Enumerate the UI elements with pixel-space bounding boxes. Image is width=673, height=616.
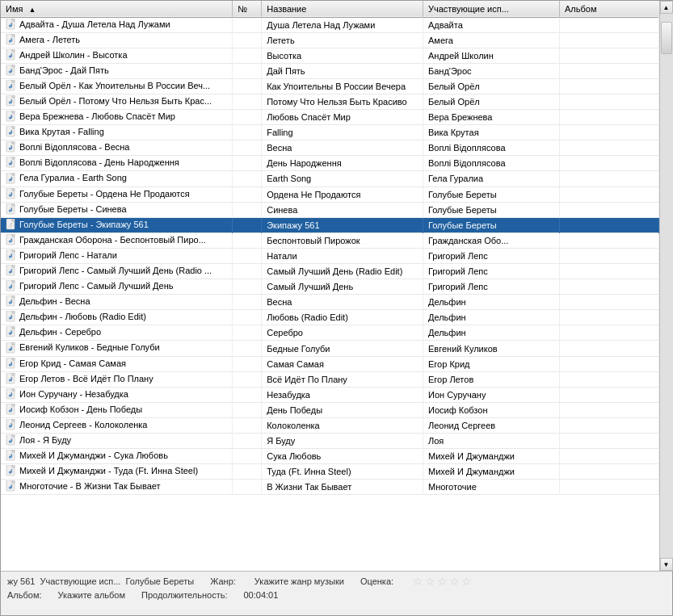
table-row[interactable]: Вика Крутая - FallingFallingВика Крутая (1, 125, 659, 140)
svg-rect-19 (11, 84, 12, 87)
table-row[interactable]: Андрей Школин - ВысоткаВысоткаАндрей Шко… (1, 48, 659, 63)
cell-title: Любовь (Radio Edit) (262, 310, 423, 325)
cell-name: Многоточие - В Жизни Так Бывает (1, 480, 233, 495)
svg-rect-105 (12, 419, 15, 421)
file-icon (6, 111, 17, 122)
table-row[interactable]: Голубые Береты - Экипажу 561Экипажу 561Г… (1, 217, 659, 233)
album-label: Альбом: (7, 590, 42, 600)
table-row[interactable]: Григорий Лепс - Самый Лучший ДеньСамый Л… (1, 279, 659, 295)
cell-num (233, 94, 262, 109)
file-icon (6, 265, 17, 276)
table-row[interactable]: Банд'Эрос - Дай ПятьДай ПятьБанд'Эрос (1, 63, 659, 78)
table-row[interactable]: Лоя - Я БудуЯ БудуЛоя (1, 434, 659, 449)
svg-point-22 (9, 102, 11, 104)
table-row[interactable]: Леонид Сергеев - КолоколенкаКолоколенкаЛ… (1, 417, 659, 433)
cell-album (560, 449, 659, 464)
table-row[interactable]: Дельфин - ВеснаВеснаДельфин (1, 295, 659, 310)
col-header-artist[interactable]: Участвующие исп... (423, 1, 559, 17)
file-icon (6, 234, 17, 245)
cell-title: Лететь (262, 32, 423, 48)
file-icon (6, 465, 17, 476)
svg-point-42 (9, 178, 11, 181)
table-row[interactable]: Голубые Береты - СиневаСиневаГолубые Бер… (1, 202, 659, 217)
table-row[interactable]: Белый Орёл - Как Упоительны В России Веч… (1, 78, 659, 94)
svg-point-14 (9, 70, 11, 73)
cell-num (233, 325, 262, 341)
file-icon (6, 249, 17, 261)
cell-title: Любовь Спасёт Мир (262, 110, 423, 125)
cell-name: Дельфин - Весна (1, 295, 233, 310)
table-row[interactable]: Многоточие - В Жизни Так БываетВ Жизни Т… (1, 480, 659, 495)
cell-title: Самый Лучший День (Radio Edit) (262, 264, 423, 279)
star-5[interactable]: ☆ (461, 575, 472, 588)
cell-num (233, 480, 262, 495)
star-2[interactable]: ☆ (425, 575, 435, 588)
scroll-track[interactable] (660, 14, 673, 558)
cell-album (560, 434, 659, 449)
col-header-title[interactable]: Название (262, 1, 423, 17)
cell-name: Вика Крутая - Falling (1, 125, 233, 140)
col-header-album[interactable]: Альбом (560, 1, 659, 17)
cell-artist: Вика Крутая (423, 125, 559, 140)
cell-artist: Гела Гуралиа (423, 171, 559, 186)
table-row[interactable]: Егор Крид - Самая СамаяСамая СамаяЕгор К… (1, 356, 659, 371)
star-4[interactable]: ☆ (449, 575, 460, 588)
cell-name: Евгений Куликов - Бедные Голуби (1, 341, 233, 356)
svg-rect-15 (11, 69, 12, 72)
cell-artist: Банд'Эрос (423, 63, 559, 78)
rating-stars[interactable]: ☆ ☆ ☆ ☆ ☆ (413, 575, 472, 588)
table-row[interactable]: Егор Летов - Всё Идёт По ПлануВсё Идёт П… (1, 371, 659, 387)
file-icon (6, 126, 17, 137)
table-row[interactable]: Ион Суручану - НезабудкаНезабудкаИон Сур… (1, 387, 659, 402)
table-row[interactable]: Григорий Лепс - НаталиНаталиГригорий Леп… (1, 248, 659, 263)
table-row[interactable]: Михей И Джуманджи - Сука ЛюбовьСука Любо… (1, 449, 659, 464)
scroll-down-button[interactable]: ▼ (660, 558, 673, 571)
file-icon (6, 219, 17, 230)
svg-point-66 (9, 271, 11, 274)
svg-rect-87 (11, 346, 12, 350)
table-row[interactable]: Адвайта - Душа Летела Над ЛужамиДуша Лет… (1, 17, 659, 32)
table-row[interactable]: Воплі Відоплясова - ВеснаВеснаВоплі Відо… (1, 140, 659, 156)
star-1[interactable]: ☆ (413, 575, 423, 588)
table-scroll-area: Имя ▲ № Название Участвующие исп... (1, 1, 659, 571)
table-row[interactable]: Воплі Відоплясова - День НародженняДень … (1, 156, 659, 171)
star-3[interactable]: ☆ (437, 575, 448, 588)
cell-num (233, 264, 262, 279)
table-row[interactable]: Евгений Куликов - Бедные ГолубиБедные Го… (1, 341, 659, 356)
cell-name: Амега - Лететь (1, 32, 233, 48)
table-row[interactable]: Михей И Джуманджи - Туда (Ft. Инна Steel… (1, 464, 659, 480)
col-header-num[interactable]: № (233, 1, 262, 17)
cell-title: Весна (262, 295, 423, 310)
file-icon (6, 19, 17, 30)
table-row[interactable]: Гражданская Оборона - Беспонтовый Пиро..… (1, 233, 659, 248)
cell-num (233, 48, 262, 63)
svg-rect-101 (12, 404, 15, 406)
scroll-thumb[interactable] (661, 22, 672, 54)
svg-point-110 (9, 441, 11, 443)
table-row[interactable]: Дельфин - СереброСереброДельфин (1, 325, 659, 341)
file-icon (6, 173, 17, 184)
col-header-name[interactable]: Имя ▲ (1, 1, 233, 17)
svg-rect-95 (11, 377, 12, 380)
cell-artist: Амега (423, 32, 559, 48)
cell-artist: Егор Крид (423, 356, 559, 371)
cell-num (233, 449, 262, 464)
cell-name: Григорий Лепс - Самый Лучший День (1, 279, 233, 295)
table-row[interactable]: Голубые Береты - Ордена Не ПродаютсяОрде… (1, 186, 659, 202)
duration-label: Продолжительность: (141, 590, 227, 600)
table-row[interactable]: Белый Орёл - Потому Что Нельзя Быть Крас… (1, 94, 659, 109)
svg-point-122 (9, 487, 11, 489)
svg-rect-107 (11, 424, 12, 427)
table-row[interactable]: Амега - ЛететьЛететьАмега (1, 32, 659, 48)
cell-album (560, 217, 659, 233)
table-row[interactable]: Вера Брежнева - Любовь Спасёт МирЛюбовь … (1, 110, 659, 125)
svg-rect-73 (12, 295, 15, 298)
scroll-up-button[interactable]: ▲ (660, 1, 673, 14)
table-row[interactable]: Иосиф Кобзон - День ПобедыДень ПобедыИос… (1, 402, 659, 417)
table-row[interactable]: Дельфин - Любовь (Radio Edit)Любовь (Rad… (1, 310, 659, 325)
file-icon (6, 342, 17, 354)
table-row[interactable]: Гела Гуралиа - Earth SongEarth SongГела … (1, 171, 659, 186)
table-row[interactable]: Григорий Лепс - Самый Лучший День (Radio… (1, 264, 659, 279)
cell-artist: Евгений Куликов (423, 341, 559, 356)
cell-num (233, 171, 262, 186)
